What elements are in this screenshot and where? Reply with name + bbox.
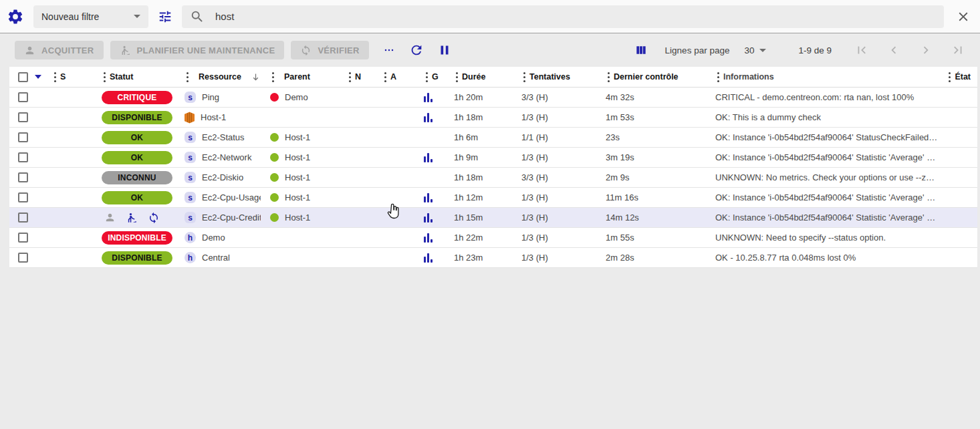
column-header-info[interactable]: Informations (701, 72, 939, 82)
resource-name[interactable]: Host-1 (201, 112, 226, 122)
resource-name[interactable]: Ec2-Cpu-Credit (202, 212, 261, 223)
acknowledge-icon[interactable] (104, 212, 116, 223)
table-row[interactable]: OK s Ec2-Network Host-1 1h 9m 1/3 (H) 3m… (9, 148, 977, 168)
drag-handle-icon[interactable] (272, 72, 274, 82)
resource-cell[interactable]: s Ec2-Cpu-Usage (175, 192, 261, 203)
drag-handle-icon[interactable] (54, 72, 56, 82)
next-page-icon[interactable] (918, 43, 933, 57)
table-row[interactable]: OK s Ec2-Status Host-1 1h 6m 1/1 (H) 23s… (9, 128, 977, 148)
table-row[interactable]: DISPONIBLE Host-1 1h 18m 1/3 (H) 1m 53s … (9, 108, 977, 128)
row-checkbox[interactable] (18, 192, 28, 202)
drag-handle-icon[interactable] (608, 72, 610, 82)
resource-cell[interactable]: s Ec2-Network (175, 152, 261, 163)
refresh-icon[interactable] (406, 40, 426, 60)
column-header-last[interactable]: Dernier contrôle (600, 72, 701, 82)
column-header-parent[interactable]: Parent (261, 72, 344, 82)
column-header-a[interactable]: A (380, 72, 416, 82)
drag-handle-icon[interactable] (187, 72, 189, 82)
resource-name[interactable]: Demo (202, 233, 225, 243)
column-header-tent[interactable]: Tentatives (516, 72, 600, 82)
check-now-icon[interactable] (148, 212, 160, 224)
resource-cell[interactable]: Host-1 (175, 112, 261, 124)
sort-desc-icon[interactable] (251, 72, 261, 82)
drag-handle-icon[interactable] (949, 72, 951, 82)
tune-filters-icon[interactable] (158, 9, 172, 24)
resource-cell[interactable]: h Central (175, 252, 261, 263)
resource-cell[interactable]: s Ec2-Status (175, 132, 261, 143)
column-header-statut[interactable]: Statut (99, 72, 175, 82)
bar-chart-icon[interactable] (424, 153, 433, 162)
row-checkbox[interactable] (18, 233, 28, 243)
drag-handle-icon[interactable] (104, 72, 106, 82)
previous-page-icon[interactable] (886, 43, 901, 57)
check-button[interactable]: VÉRIFIER (291, 41, 368, 59)
resource-name[interactable]: Ec2-Status (202, 132, 245, 142)
resource-name[interactable]: Ec2-Network (202, 152, 251, 162)
row-checkbox[interactable] (18, 172, 28, 182)
column-label: N (355, 72, 361, 82)
more-options-icon[interactable] (380, 41, 398, 59)
table-row[interactable]: INDISPONIBLE h Demo 1h 22m 1/3 (H) 1m 55… (9, 228, 977, 248)
drag-handle-icon[interactable] (349, 72, 351, 82)
gear-icon[interactable] (7, 8, 24, 25)
parent-cell[interactable]: Host-1 (261, 172, 344, 182)
parent-cell[interactable]: Host-1 (261, 192, 344, 202)
table-row[interactable]: DISPONIBLE h Central 1h 23m 1/3 (H) 2m 2… (9, 248, 977, 268)
row-checkbox[interactable] (18, 152, 28, 162)
column-header-duree[interactable]: Durée (445, 72, 516, 82)
row-checkbox[interactable] (18, 112, 28, 122)
page-size-select[interactable]: 30 (744, 45, 766, 55)
selection-menu-caret-icon[interactable] (35, 75, 41, 79)
resource-name[interactable]: Ec2-Diskio (202, 172, 243, 182)
column-header-s[interactable]: S (49, 72, 99, 82)
resource-name[interactable]: Central (202, 253, 230, 263)
first-page-icon[interactable] (854, 43, 869, 57)
bar-chart-icon[interactable] (424, 233, 433, 243)
plan-maintenance-button[interactable]: PLANIFIER UNE MAINTENANCE (110, 41, 285, 59)
bar-chart-icon[interactable] (424, 213, 433, 223)
resource-cell[interactable]: h Demo (175, 232, 261, 243)
bar-chart-icon[interactable] (424, 193, 433, 202)
search-input[interactable] (214, 10, 936, 23)
drag-handle-icon[interactable] (717, 72, 719, 82)
select-all-checkbox[interactable] (18, 72, 28, 82)
acknowledge-button[interactable]: ACQUITTER (15, 41, 104, 59)
table-row[interactable]: OK s Ec2-Cpu-Usage Host-1 1h 12m 1/3 (H)… (9, 188, 977, 208)
bar-chart-icon[interactable] (424, 113, 433, 122)
table-row[interactable]: INCONNU s Ec2-Diskio Host-1 1h 18m 3/3 (… (9, 168, 977, 188)
table-row[interactable]: CRITIQUE s Ping Demo 1h 20m 3/3 (H) 4m 3… (9, 88, 977, 108)
last-page-icon[interactable] (951, 43, 965, 57)
resource-cell[interactable]: s Ping (175, 92, 261, 103)
maintenance-icon[interactable] (126, 212, 138, 224)
row-checkbox[interactable] (18, 132, 28, 142)
parent-cell[interactable]: Demo (261, 92, 344, 102)
bar-chart-icon[interactable] (424, 93, 433, 102)
drag-handle-icon[interactable] (456, 72, 458, 82)
parent-cell[interactable]: Host-1 (261, 212, 344, 223)
row-checkbox[interactable] (18, 212, 28, 223)
saved-filter-select[interactable]: Nouveau filtre (33, 5, 148, 28)
close-icon[interactable] (956, 9, 971, 24)
drag-handle-icon[interactable] (384, 72, 386, 82)
pause-icon[interactable] (435, 40, 455, 60)
information-value: UNKNOWN: Need to specify --status option… (701, 233, 939, 243)
bar-chart-icon[interactable] (424, 253, 433, 263)
column-header-n[interactable]: N (344, 72, 380, 82)
drag-handle-icon[interactable] (426, 72, 428, 82)
column-header-resource[interactable]: Ressource (175, 72, 261, 82)
column-label: Ressource (199, 72, 241, 82)
table-row[interactable]: s Ec2-Cpu-Credit Host-1 1h 15m 1/3 (H) 1… (9, 208, 977, 228)
drag-handle-icon[interactable] (523, 72, 525, 82)
resource-name[interactable]: Ping (202, 92, 219, 102)
column-header-g[interactable]: G (416, 72, 445, 82)
resource-cell[interactable]: s Ec2-Diskio (175, 172, 261, 183)
view-columns-icon[interactable] (632, 41, 650, 59)
parent-cell[interactable]: Host-1 (261, 132, 344, 142)
resource-name[interactable]: Ec2-Cpu-Usage (202, 192, 261, 202)
resource-cell[interactable]: s Ec2-Cpu-Credit (175, 212, 261, 223)
row-checkbox[interactable] (18, 253, 28, 263)
parent-cell[interactable]: Host-1 (261, 152, 344, 162)
search-box[interactable] (182, 5, 944, 28)
row-checkbox[interactable] (18, 92, 28, 102)
column-header-etat[interactable]: État (939, 72, 977, 82)
